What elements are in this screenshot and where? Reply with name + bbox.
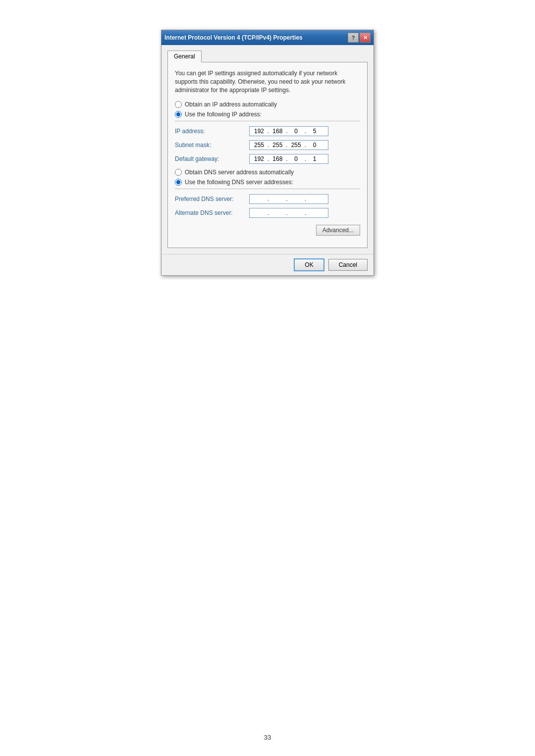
ip-seg-3[interactable] [289, 128, 304, 135]
subnet-dot-1: . [268, 142, 269, 149]
manual-ip-label: Use the following IP address: [185, 111, 262, 118]
auto-dns-label: Obtain DNS server address automatically [185, 169, 294, 176]
advanced-button[interactable]: Advanced... [316, 225, 360, 236]
alternate-dns-label: Alternate DNS server: [175, 209, 249, 216]
gateway-input[interactable]: . . . [249, 154, 328, 164]
manual-dns-radio[interactable] [175, 179, 182, 186]
separator-1 [175, 121, 360, 121]
close-button[interactable]: ✕ [360, 33, 371, 43]
tab-content: You can get IP settings assigned automat… [167, 62, 368, 248]
auto-ip-option[interactable]: Obtain an IP address automatically [175, 101, 360, 108]
gw-dot-3: . [305, 155, 306, 162]
pdns-dot-1: . [268, 196, 269, 202]
gateway-row: Default gateway: . . . [175, 154, 360, 164]
manual-dns-label: Use the following DNS server addresses: [185, 179, 293, 186]
description-text: You can get IP settings assigned automat… [175, 69, 360, 94]
subnet-mask-input[interactable]: . . . [249, 140, 328, 150]
manual-ip-radio[interactable] [175, 111, 182, 118]
ip-dot-2: . [286, 128, 287, 135]
dns-section: Obtain DNS server address automatically … [175, 169, 360, 218]
pdns-seg-3[interactable] [289, 196, 304, 202]
subnet-mask-row: Subnet mask: . . . [175, 140, 360, 150]
auto-dns-radio[interactable] [175, 169, 182, 176]
subnet-seg-4[interactable] [307, 142, 322, 149]
subnet-dot-3: . [305, 142, 306, 149]
gw-seg-4[interactable] [307, 155, 322, 162]
alternate-dns-input[interactable]: . . . [249, 208, 328, 218]
title-bar-controls: ? ✕ [348, 33, 371, 43]
pdns-seg-2[interactable] [270, 196, 285, 202]
alternate-dns-row: Alternate DNS server: . . . [175, 208, 360, 218]
tab-general[interactable]: General [167, 50, 202, 62]
ok-button[interactable]: OK [294, 258, 324, 271]
subnet-mask-label: Subnet mask: [175, 142, 249, 149]
properties-dialog: Internet Protocol Version 4 (TCP/IPv4) P… [161, 30, 374, 276]
subnet-seg-1[interactable] [252, 142, 267, 149]
adns-seg-3[interactable] [289, 209, 304, 216]
pdns-seg-1[interactable] [252, 196, 267, 202]
separator-2 [175, 189, 360, 189]
subnet-dot-2: . [286, 142, 287, 149]
help-button[interactable]: ? [348, 33, 359, 43]
gw-seg-1[interactable] [252, 155, 267, 162]
tab-bar: General [167, 50, 368, 62]
ip-dot-1: . [268, 128, 269, 135]
gw-seg-2[interactable] [270, 155, 285, 162]
auto-ip-radio[interactable] [175, 101, 182, 108]
adns-seg-4[interactable] [307, 209, 322, 216]
ip-seg-1[interactable] [252, 128, 267, 135]
adns-seg-1[interactable] [252, 209, 267, 216]
ip-address-input[interactable]: . . . [249, 126, 328, 136]
dialog-title: Internet Protocol Version 4 (TCP/IPv4) P… [164, 34, 348, 41]
cancel-button[interactable]: Cancel [328, 259, 368, 271]
pdns-dot-2: . [286, 196, 287, 202]
ip-seg-2[interactable] [270, 128, 285, 135]
adns-seg-2[interactable] [270, 209, 285, 216]
manual-ip-option[interactable]: Use the following IP address: [175, 111, 360, 118]
dialog-content: General You can get IP settings assigned… [161, 45, 374, 254]
adns-dot-2: . [286, 209, 287, 216]
auto-ip-label: Obtain an IP address automatically [185, 101, 277, 108]
preferred-dns-input[interactable]: . . . [249, 194, 328, 204]
manual-dns-option[interactable]: Use the following DNS server addresses: [175, 179, 360, 186]
auto-dns-option[interactable]: Obtain DNS server address automatically [175, 169, 360, 176]
pdns-seg-4[interactable] [307, 196, 322, 202]
adns-dot-1: . [268, 209, 269, 216]
ip-seg-4[interactable] [307, 128, 322, 135]
pdns-dot-3: . [305, 196, 306, 202]
preferred-dns-label: Preferred DNS server: [175, 196, 249, 202]
advanced-row: Advanced... [175, 225, 360, 236]
ip-address-row: IP address: . . . [175, 126, 360, 136]
subnet-seg-2[interactable] [270, 142, 285, 149]
gw-dot-1: . [268, 155, 269, 162]
preferred-dns-row: Preferred DNS server: . . . [175, 194, 360, 204]
ip-address-label: IP address: [175, 128, 249, 135]
gateway-label: Default gateway: [175, 155, 249, 162]
title-bar: Internet Protocol Version 4 (TCP/IPv4) P… [161, 30, 374, 45]
subnet-seg-3[interactable] [289, 142, 304, 149]
ip-dot-3: . [305, 128, 306, 135]
bottom-bar: OK Cancel [161, 254, 374, 275]
gw-dot-2: . [286, 155, 287, 162]
gw-seg-3[interactable] [289, 155, 304, 162]
page-number: 33 [264, 734, 271, 741]
adns-dot-3: . [305, 209, 306, 216]
